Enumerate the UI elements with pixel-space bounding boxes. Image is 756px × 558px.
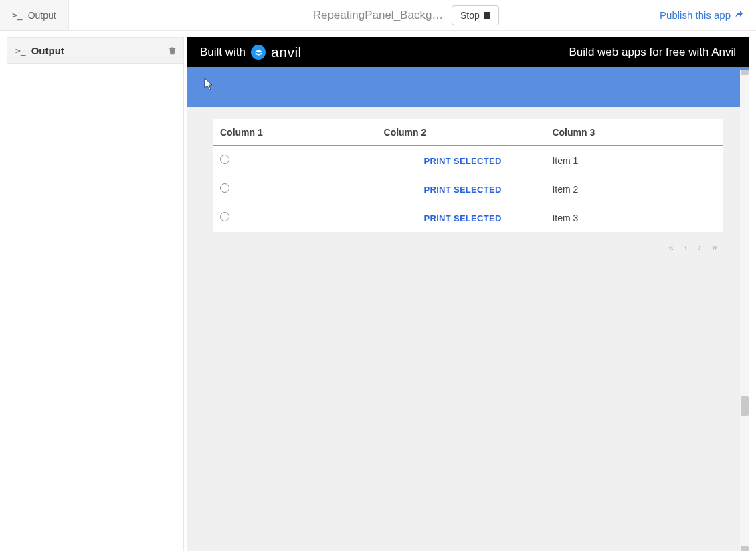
pagination: « ‹ › » (213, 232, 723, 256)
app-title: RepeatingPanel_Backg… (313, 9, 444, 22)
main-area: >_ Output Built with anvil Build web app… (0, 31, 756, 558)
row-radio[interactable] (220, 155, 229, 164)
column-header-3: Column 3 (552, 127, 716, 138)
output-tab[interactable]: >_ Output (0, 0, 69, 30)
print-selected-button[interactable]: PRINT SELECTED (424, 185, 502, 195)
table-row: PRINT SELECTED Item 3 (213, 203, 723, 232)
publish-label: Publish this app (660, 9, 731, 21)
data-table: Column 1 Column 2 Column 3 PRINT SELECTE… (213, 119, 723, 232)
print-selected-button[interactable]: PRINT SELECTED (424, 213, 502, 223)
output-header: >_ Output (7, 38, 183, 64)
trash-icon (167, 45, 177, 56)
terminal-icon: >_ (15, 45, 26, 56)
table-row: PRINT SELECTED Item 2 (213, 175, 723, 203)
table-row: PRINT SELECTED Item 1 (213, 146, 723, 175)
print-selected-button[interactable]: PRINT SELECTED (424, 156, 502, 166)
output-panel: >_ Output (7, 37, 184, 551)
tab-label: Output (28, 10, 56, 21)
anvil-banner: Built with anvil Build web apps for free… (187, 37, 749, 67)
cursor-icon (204, 78, 215, 91)
publish-link[interactable]: Publish this app (660, 9, 745, 21)
terminal-icon: >_ (12, 10, 23, 20)
table-header: Column 1 Column 2 Column 3 (213, 119, 723, 146)
row-item-label: Item 2 (552, 184, 716, 195)
built-with-label: Built with (200, 45, 246, 59)
table-area: Column 1 Column 2 Column 3 PRINT SELECTE… (187, 107, 749, 268)
anvil-tagline: Build web apps for free with Anvil (569, 45, 736, 59)
tab-bar: >_ Output RepeatingPanel_Backg… Stop Pub… (0, 0, 756, 31)
stop-icon (484, 12, 490, 19)
row-radio[interactable] (220, 183, 229, 193)
page-next-icon[interactable]: › (698, 242, 702, 252)
output-content (7, 64, 183, 551)
stop-label: Stop (460, 10, 480, 21)
share-icon (735, 10, 745, 21)
app-preview: Built with anvil Build web apps for free… (187, 37, 749, 551)
scroll-up-icon[interactable] (741, 70, 749, 75)
app-header-bar (187, 67, 749, 107)
column-header-1: Column 1 (220, 127, 384, 138)
row-item-label: Item 1 (552, 155, 716, 166)
anvil-logo-icon (251, 45, 266, 60)
output-title: Output (31, 45, 155, 56)
scrollbar-thumb[interactable] (741, 396, 749, 416)
page-prev-icon[interactable]: ‹ (684, 242, 688, 252)
row-item-label: Item 3 (552, 213, 716, 223)
scrollbar-track[interactable] (740, 70, 749, 551)
scroll-down-icon[interactable] (741, 546, 749, 551)
column-header-2: Column 2 (384, 127, 553, 138)
stop-button[interactable]: Stop (452, 5, 499, 25)
anvil-wordmark: anvil (271, 44, 302, 60)
page-last-icon[interactable]: » (712, 242, 717, 252)
page-first-icon[interactable]: « (668, 242, 674, 252)
anvil-brand[interactable]: Built with anvil (200, 44, 302, 60)
row-radio[interactable] (220, 212, 229, 221)
clear-output-button[interactable] (161, 39, 183, 62)
